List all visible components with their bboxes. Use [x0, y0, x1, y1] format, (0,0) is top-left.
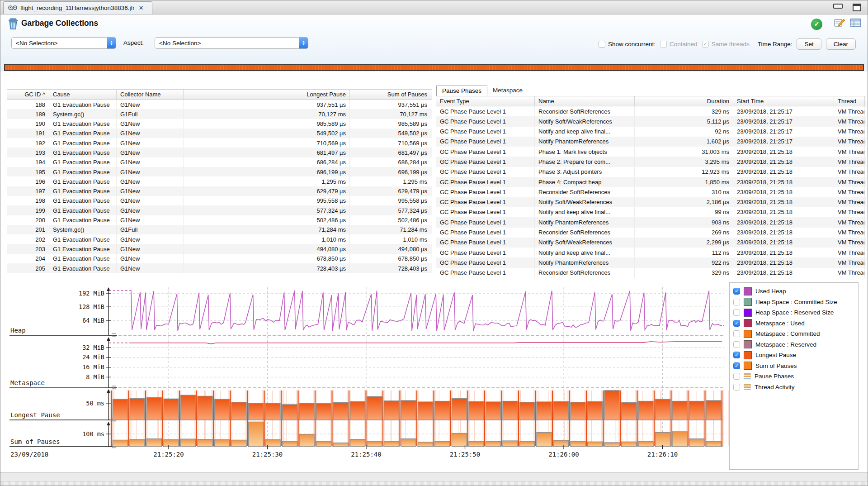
tab-metaspace[interactable]: Metaspace [487, 86, 528, 96]
table-row[interactable]: 196G1 Evacuation PauseG1New1,295 ms1,295… [7, 176, 432, 186]
legend-checkbox[interactable]: ✓ [733, 362, 740, 369]
legend-label: Thread Activity [755, 384, 795, 391]
page-title: Garbage Collections [21, 19, 98, 28]
legend-item[interactable]: Pause Phases [733, 371, 858, 382]
timeline-range-selector[interactable] [4, 64, 864, 71]
column-header[interactable]: Duration [635, 96, 733, 106]
legend-checkbox[interactable] [733, 373, 740, 380]
legend-checkbox[interactable] [733, 384, 740, 391]
table-row[interactable]: GC Phase Pause Level 1Notify Soft/WeakRe… [436, 197, 866, 207]
aspect-combo[interactable]: <No Selection> ▲▼ [155, 37, 308, 49]
legend-checkbox[interactable]: ✓ [733, 352, 740, 358]
column-header[interactable]: Cause [49, 90, 117, 99]
table-row[interactable]: GC Phase Pause Level 1Notify Soft/WeakRe… [436, 238, 866, 248]
minimize-button[interactable] [833, 4, 843, 9]
legend-checkbox[interactable] [733, 330, 740, 337]
filter-toolbar: <No Selection> ▲▼ Aspect: <No Selection>… [0, 37, 868, 50]
table-row[interactable]: 192G1 Evacuation PauseG1New710,569 µs710… [7, 138, 432, 148]
combo-spinner-icon: ▲▼ [107, 38, 116, 48]
table-row[interactable]: 188G1 Evacuation PauseG1New937,551 µs937… [7, 100, 432, 109]
legend-checkbox[interactable] [733, 299, 740, 305]
column-header[interactable]: Longest Pause [184, 90, 350, 99]
table-row[interactable]: GC Phase Pause Level 1Notify and keep al… [436, 248, 866, 257]
table-row[interactable]: GC Phase Pause Level 1Notify and keep al… [436, 207, 866, 217]
svg-text:Sum of Pauses: Sum of Pauses [10, 438, 60, 445]
table-row[interactable]: 203G1 Evacuation PauseG1New494,080 µs494… [7, 244, 432, 253]
table-row[interactable]: GC Phase Pause Level 1Notify PhantomRefe… [436, 217, 866, 227]
table-row[interactable]: GC Phase Pause Level 1Phase 1: Mark live… [436, 147, 866, 157]
gc-table-header[interactable]: GC ID ^CauseCollector NameLongest PauseS… [7, 89, 432, 100]
legend-swatch [744, 309, 752, 317]
legend-item[interactable]: ✓Metaspace : Used [733, 318, 858, 329]
column-header[interactable]: Event Type [436, 96, 535, 106]
contained-checkbox[interactable] [660, 41, 667, 48]
table-settings-icon[interactable] [850, 19, 861, 29]
table-row[interactable]: GC Phase Pause Level 1Phase 4: Compact h… [436, 177, 866, 187]
table-row[interactable]: 198G1 Evacuation PauseG1New995,558 µs995… [7, 196, 432, 205]
table-row[interactable]: GC Phase Pause Level 1Reconsider SoftRef… [436, 106, 866, 116]
legend-item[interactable]: Heap Space : Reserved Size [733, 307, 858, 318]
table-row[interactable]: 193G1 Evacuation PauseG1New681,497 µs681… [7, 148, 432, 157]
maximize-button[interactable] [853, 4, 861, 11]
show-concurrent-checkbox[interactable] [599, 41, 605, 48]
selection-combo[interactable]: <No Selection> ▲▼ [11, 37, 116, 49]
clear-button[interactable]: Clear [826, 38, 856, 50]
legend-checkbox[interactable] [733, 309, 740, 316]
edit-rules-icon[interactable] [834, 18, 845, 30]
table-row[interactable]: 205G1 Evacuation PauseG1New728,403 µs728… [7, 263, 432, 273]
legend-item[interactable]: ✓Used Heap [733, 286, 858, 297]
table-row[interactable]: GC Phase Pause Level 1Reconsider SoftRef… [436, 228, 866, 238]
legend-item[interactable]: ✓Longest Pause [733, 350, 858, 361]
column-header[interactable]: GC ID ^ [7, 90, 49, 99]
legend-item[interactable]: Metaspace : Committed [733, 329, 858, 339]
table-row[interactable]: GC Phase Pause Level 1Notify PhantomRefe… [436, 137, 866, 147]
table-row[interactable]: 189System.gc()G1Full70,127 ms70,127 ms [7, 109, 432, 119]
tab-pause-phases[interactable]: Pause Phases [436, 86, 487, 96]
table-row[interactable]: 194G1 Evacuation PauseG1New686,284 µs686… [7, 157, 432, 167]
result-ok-icon: ✓ [811, 19, 822, 30]
tab-close-icon[interactable]: ✕ [139, 5, 144, 11]
column-header[interactable]: Collector Name [117, 90, 184, 99]
table-row[interactable]: 202G1 Evacuation PauseG1New1,010 ms1,010… [7, 234, 432, 244]
column-header[interactable]: Name [535, 96, 635, 106]
table-row[interactable]: GC Phase Pause Level 1Phase 3: Adjust po… [436, 167, 866, 177]
svg-text:128 MiB: 128 MiB [79, 303, 104, 310]
svg-text:24 MiB: 24 MiB [82, 353, 104, 361]
legend-item[interactable]: Heap Space : Committed Size [733, 297, 858, 308]
legend-checkbox[interactable]: ✓ [733, 320, 740, 327]
table-row[interactable]: 191G1 Evacuation PauseG1New549,502 µs549… [7, 129, 432, 138]
column-header[interactable]: Sum of Pauses [350, 90, 431, 99]
table-row[interactable]: GC Phase Pause Level 1Notify PhantomRefe… [436, 257, 866, 267]
table-row[interactable]: 195G1 Evacuation PauseG1New696,199 µs696… [7, 167, 432, 176]
table-row[interactable]: 197G1 Evacuation PauseG1New629,479 µs629… [7, 186, 432, 196]
recording-tab[interactable]: flight_recording_11Harnessjython38836.jf… [3, 1, 152, 14]
table-row[interactable]: 199G1 Evacuation PauseG1New577,324 µs577… [7, 205, 432, 215]
legend-item[interactable]: Metaspace : Reserved [733, 339, 858, 350]
legend-checkbox[interactable] [733, 341, 740, 348]
resize-grip[interactable] [0, 481, 868, 486]
legend-checkbox[interactable]: ✓ [733, 288, 740, 295]
table-row[interactable]: 204G1 Evacuation PauseG1New678,850 µs678… [7, 254, 432, 263]
legend-swatch [744, 298, 752, 306]
same-threads-checkbox[interactable]: ✓ [702, 41, 709, 48]
legend-label: Metaspace : Reserved [755, 341, 816, 348]
legend-swatch [744, 287, 752, 295]
gc-table-body: 188G1 Evacuation PauseG1New937,551 µs937… [7, 100, 432, 273]
table-row[interactable]: GC Phase Pause Level 1Reconsider SoftRef… [436, 187, 866, 197]
table-row[interactable]: GC Phase Pause Level 1Phase 2: Prepare f… [436, 157, 866, 167]
set-button[interactable]: Set [797, 38, 821, 50]
legend-item[interactable]: ✓Sum of Pauses [733, 361, 858, 372]
table-row[interactable]: GC Phase Pause Level 1Notify and keep al… [436, 127, 866, 137]
table-row[interactable]: GC Phase Pause Level 1Notify Soft/WeakRe… [436, 116, 866, 126]
flight-recording-icon [8, 4, 17, 12]
column-header[interactable]: Start Time [733, 96, 834, 106]
show-concurrent-row: Show concurrent: [599, 41, 656, 48]
phase-table-header[interactable]: Event TypeNameDurationStart TimeThread [436, 96, 866, 106]
table-row[interactable]: 201System.gc()G1Full71,284 ms71,284 ms [7, 225, 432, 234]
legend-label: Used Heap [755, 288, 786, 295]
table-row[interactable]: GC Phase Pause Level 1Reconsider SoftRef… [436, 268, 866, 278]
legend-item[interactable]: Thread Activity [733, 382, 858, 393]
table-row[interactable]: 190G1 Evacuation PauseG1New985,589 µs985… [7, 119, 432, 129]
table-row[interactable]: 200G1 Evacuation PauseG1New502,486 µs502… [7, 215, 432, 225]
column-header[interactable]: Thread [834, 96, 865, 106]
